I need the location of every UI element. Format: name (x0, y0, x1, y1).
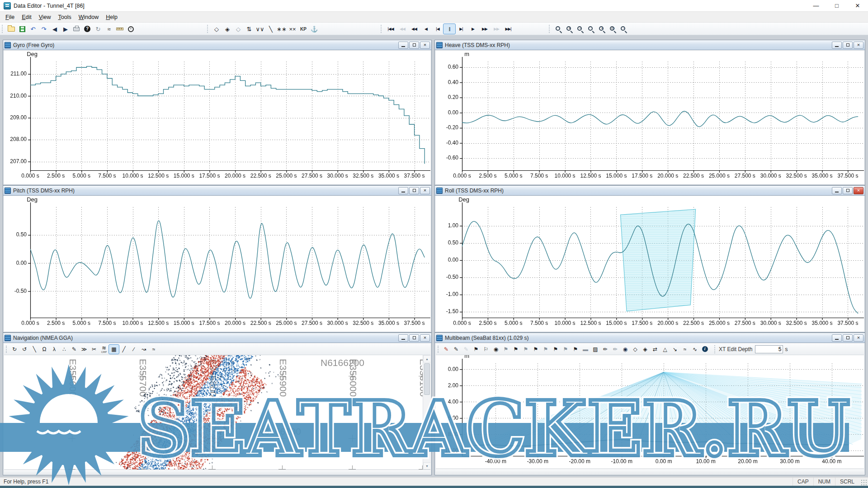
print-button[interactable] (71, 24, 82, 34)
zoom-out-button[interactable]: − (575, 24, 585, 34)
rotate-ccw-tool[interactable]: ↺ (19, 345, 29, 354)
open-button[interactable] (6, 24, 17, 34)
wave-tool[interactable]: ≈ (149, 345, 159, 354)
close-button[interactable]: × (854, 187, 863, 194)
navigation-vertical-scrollbar[interactable]: ▲ ▼ (423, 355, 430, 469)
route-tool[interactable]: ↝ (139, 345, 149, 354)
menu-window[interactable]: Window (75, 13, 102, 22)
restore-button[interactable] (409, 334, 419, 342)
globe-view-tool[interactable]: ◉ (620, 345, 630, 354)
spike-filter-tool[interactable]: ≈ (680, 345, 690, 354)
xt-edit-depth-input[interactable] (755, 345, 783, 353)
scatter-points-tool[interactable]: ∴ (59, 345, 69, 354)
rotate-cw-tool[interactable]: ↻ (9, 345, 19, 354)
window-navigation-titlebar[interactable]: Navigation (NMEA GGA) × (3, 333, 431, 343)
pendulum-tool[interactable]: λ (49, 345, 59, 354)
window-pitch-titlebar[interactable]: Pitch (TSS DMS-xx RPH) × (3, 186, 431, 196)
signal-button[interactable]: ≈ (104, 24, 114, 34)
scroll-down-icon[interactable]: ▼ (423, 462, 430, 469)
zoom-selection-button[interactable]: ▪ (596, 24, 607, 34)
minimize-button[interactable] (398, 187, 408, 194)
play-button[interactable]: ▶ (467, 24, 479, 34)
heave-chart[interactable] (436, 51, 864, 184)
restore-button[interactable] (409, 187, 419, 194)
flag-add-tool[interactable]: ⚑ (471, 345, 481, 354)
scatter-tool[interactable]: ∗∗ (276, 24, 287, 34)
pen-disabled-tool[interactable]: ✎ (461, 345, 471, 354)
rewind-button[interactable]: ◀◀ (408, 24, 420, 34)
prev-view-button[interactable]: ◀ (49, 24, 60, 34)
menu-file[interactable]: File (2, 13, 18, 22)
flag-next-tool[interactable]: ⚑ (511, 345, 521, 354)
close-button[interactable]: × (420, 334, 430, 342)
window-gyro-titlebar[interactable]: Gyro (Free Gyro) × (3, 40, 431, 50)
walk-pointer-tool[interactable]: ↘ (670, 345, 680, 354)
zoom-tool[interactable] (553, 24, 564, 34)
close-button[interactable]: × (420, 187, 430, 194)
anchor-tool[interactable]: ⚓ (309, 24, 320, 34)
flag-all-tool[interactable]: ⚑ (561, 345, 571, 354)
minimize-button[interactable] (832, 187, 842, 194)
refresh-button[interactable]: ↻ (93, 24, 104, 34)
kite-deselect-tool[interactable]: ◈ (640, 345, 650, 354)
marker-light-tool[interactable]: ✏ (610, 345, 620, 354)
thin-line-tool[interactable]: ╱ (119, 345, 129, 354)
flag-circle-tool[interactable]: ◉ (491, 345, 501, 354)
time-button[interactable] (125, 24, 136, 34)
fast-forward-button[interactable]: ▶▶ (479, 24, 491, 34)
wave-profile-tool[interactable]: ∿ (690, 345, 700, 354)
reject-tool[interactable]: ×× (287, 24, 298, 34)
select-tool[interactable]: ◇ (211, 24, 222, 34)
restore-button[interactable] (409, 42, 419, 49)
flag-stbd-tool[interactable]: ⚑ (531, 345, 541, 354)
undo-button[interactable]: ↶ (28, 24, 38, 34)
zoom-center-button[interactable]: · (618, 24, 629, 34)
flag-clear-tool[interactable]: ⚐ (481, 345, 491, 354)
menu-help[interactable]: Help (102, 13, 121, 22)
restore-button[interactable] (843, 187, 853, 194)
scrollbar-thumb[interactable] (424, 363, 430, 395)
block-edit-tool[interactable]: ▨ (590, 345, 600, 354)
minimize-button[interactable] (832, 42, 842, 49)
go-last-button[interactable]: ▶▶| (502, 24, 514, 34)
maximize-window-button[interactable]: □ (826, 0, 847, 12)
pen-tool[interactable]: ✎ (451, 345, 461, 354)
next-view-button[interactable]: ▶ (60, 24, 71, 34)
zoom-reset-button[interactable] (585, 24, 596, 34)
deselect-tool[interactable]: ◈ (222, 24, 233, 34)
window-heave-titlebar[interactable]: Heave (TSS DMS-xx RPH) × (435, 40, 865, 50)
minimize-button[interactable] (832, 334, 842, 342)
menu-edit[interactable]: Edit (18, 13, 35, 22)
minimize-window-button[interactable]: — (806, 0, 826, 12)
swap-view-tool[interactable]: ⇄ (650, 345, 660, 354)
close-button[interactable]: × (420, 42, 430, 49)
restore-button[interactable] (843, 42, 853, 49)
flag-range-tool[interactable]: ⚑ (541, 345, 551, 354)
slope-tool[interactable]: ╲ (265, 24, 276, 34)
ffwd-disabled-button[interactable]: ▶▶ (491, 24, 502, 34)
erase-tool[interactable]: ▬ (580, 345, 590, 354)
roll-chart[interactable] (436, 196, 864, 331)
redo-button[interactable]: ↷ (38, 24, 49, 34)
save-button[interactable] (17, 24, 28, 34)
pitch-chart[interactable] (4, 196, 430, 331)
beam-angle-tool[interactable]: △ (660, 345, 670, 354)
restore-button[interactable] (843, 334, 853, 342)
resize-grip[interactable] (861, 479, 867, 486)
kp-tool[interactable]: KP (298, 24, 309, 34)
kite-select-tool[interactable]: ◇ (630, 345, 640, 354)
curve-tool[interactable]: ∕ (129, 345, 139, 354)
info-button[interactable] (700, 345, 710, 354)
window-roll-titlebar[interactable]: Roll (TSS DMS-xx RPH) × (435, 186, 865, 196)
flag-prev-tool[interactable]: ⚑ (501, 345, 511, 354)
line-tool[interactable]: ╲ (29, 345, 39, 354)
ruler-button[interactable] (114, 24, 125, 34)
marker-tool[interactable]: ✏ (600, 345, 610, 354)
zoom-in-button[interactable]: + (564, 24, 575, 34)
pencil-edit-tool[interactable]: ✎ (441, 345, 451, 354)
minimize-button[interactable] (398, 334, 408, 342)
smooth-tool[interactable]: Ω (39, 345, 49, 354)
menu-view[interactable]: View (35, 13, 55, 22)
restore-tool[interactable]: ◇ (233, 24, 244, 34)
fast-rewind-disabled-button[interactable]: ◀◀ (396, 24, 408, 34)
